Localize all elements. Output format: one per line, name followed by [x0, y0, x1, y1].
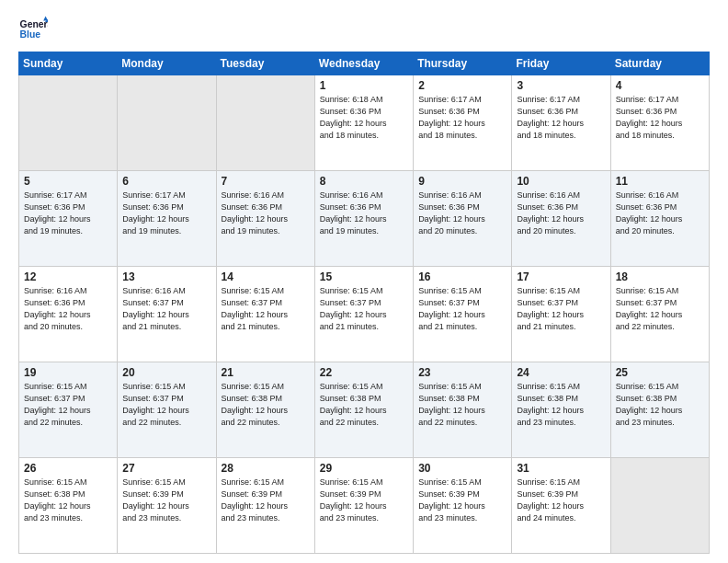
day-header-saturday: Saturday — [610, 52, 709, 75]
calendar-cell — [118, 75, 216, 171]
day-number: 25 — [616, 366, 704, 379]
day-info: Sunrise: 6:15 AM Sunset: 6:37 PM Dayligh… — [418, 285, 506, 333]
day-info: Sunrise: 6:17 AM Sunset: 6:36 PM Dayligh… — [616, 94, 704, 142]
calendar-cell: 10Sunrise: 6:16 AM Sunset: 6:36 PM Dayli… — [512, 171, 610, 267]
calendar-cell — [216, 75, 314, 171]
calendar-cell: 1Sunrise: 6:18 AM Sunset: 6:36 PM Daylig… — [314, 75, 413, 171]
day-info: Sunrise: 6:17 AM Sunset: 6:36 PM Dayligh… — [122, 190, 210, 237]
day-info: Sunrise: 6:15 AM Sunset: 6:39 PM Dayligh… — [122, 477, 210, 524]
day-number: 13 — [122, 270, 210, 283]
day-number: 15 — [320, 270, 408, 283]
day-info: Sunrise: 6:16 AM Sunset: 6:36 PM Dayligh… — [517, 190, 605, 237]
calendar-cell: 25Sunrise: 6:15 AM Sunset: 6:38 PM Dayli… — [610, 362, 709, 458]
calendar-cell: 11Sunrise: 6:16 AM Sunset: 6:36 PM Dayli… — [610, 171, 709, 267]
day-number: 14 — [222, 270, 310, 283]
day-number: 1 — [320, 79, 408, 92]
calendar-cell: 28Sunrise: 6:15 AM Sunset: 6:39 PM Dayli… — [216, 458, 314, 554]
calendar-cell: 21Sunrise: 6:15 AM Sunset: 6:38 PM Dayli… — [216, 362, 314, 458]
day-number: 28 — [222, 462, 310, 475]
calendar-cell: 12Sunrise: 6:16 AM Sunset: 6:36 PM Dayli… — [19, 267, 118, 362]
day-info: Sunrise: 6:15 AM Sunset: 6:37 PM Dayligh… — [24, 381, 112, 429]
day-info: Sunrise: 6:18 AM Sunset: 6:36 PM Dayligh… — [320, 94, 408, 142]
day-number: 8 — [320, 175, 408, 188]
day-number: 30 — [418, 462, 506, 475]
page: General Blue SundayMondayTuesdayWednesda… — [0, 0, 728, 563]
day-number: 2 — [418, 79, 506, 92]
week-row-3: 12Sunrise: 6:16 AM Sunset: 6:36 PM Dayli… — [19, 267, 710, 362]
day-header-tuesday: Tuesday — [216, 52, 314, 75]
day-number: 22 — [320, 366, 408, 379]
day-number: 6 — [122, 175, 210, 188]
day-info: Sunrise: 6:15 AM Sunset: 6:38 PM Dayligh… — [222, 381, 310, 429]
day-number: 7 — [222, 175, 310, 188]
logo: General Blue — [18, 15, 50, 44]
calendar-cell: 9Sunrise: 6:16 AM Sunset: 6:36 PM Daylig… — [414, 171, 512, 267]
day-info: Sunrise: 6:15 AM Sunset: 6:38 PM Dayligh… — [616, 381, 704, 429]
svg-text:Blue: Blue — [20, 29, 41, 40]
day-info: Sunrise: 6:15 AM Sunset: 6:39 PM Dayligh… — [517, 477, 605, 524]
day-number: 23 — [418, 366, 506, 379]
calendar-cell: 7Sunrise: 6:16 AM Sunset: 6:36 PM Daylig… — [216, 171, 314, 267]
day-number: 16 — [418, 270, 506, 283]
day-number: 19 — [24, 366, 112, 379]
calendar-cell: 24Sunrise: 6:15 AM Sunset: 6:38 PM Dayli… — [512, 362, 610, 458]
week-row-4: 19Sunrise: 6:15 AM Sunset: 6:37 PM Dayli… — [19, 362, 710, 458]
week-row-5: 26Sunrise: 6:15 AM Sunset: 6:38 PM Dayli… — [19, 458, 710, 554]
calendar-cell: 8Sunrise: 6:16 AM Sunset: 6:36 PM Daylig… — [314, 171, 413, 267]
day-number: 27 — [122, 462, 210, 475]
calendar-cell: 19Sunrise: 6:15 AM Sunset: 6:37 PM Dayli… — [19, 362, 118, 458]
calendar-cell: 5Sunrise: 6:17 AM Sunset: 6:36 PM Daylig… — [19, 171, 118, 267]
day-number: 10 — [517, 175, 605, 188]
day-header-monday: Monday — [118, 52, 216, 75]
calendar-cell: 31Sunrise: 6:15 AM Sunset: 6:39 PM Dayli… — [512, 458, 610, 554]
day-number: 3 — [517, 79, 605, 92]
calendar-cell: 3Sunrise: 6:17 AM Sunset: 6:36 PM Daylig… — [512, 75, 610, 171]
day-number: 21 — [222, 366, 310, 379]
day-info: Sunrise: 6:16 AM Sunset: 6:36 PM Dayligh… — [222, 190, 310, 237]
day-info: Sunrise: 6:16 AM Sunset: 6:36 PM Dayligh… — [418, 190, 506, 237]
day-number: 11 — [616, 175, 704, 188]
calendar-cell: 20Sunrise: 6:15 AM Sunset: 6:37 PM Dayli… — [118, 362, 216, 458]
day-info: Sunrise: 6:15 AM Sunset: 6:38 PM Dayligh… — [517, 381, 605, 429]
day-info: Sunrise: 6:15 AM Sunset: 6:38 PM Dayligh… — [24, 477, 112, 524]
day-info: Sunrise: 6:17 AM Sunset: 6:36 PM Dayligh… — [418, 94, 506, 142]
calendar-cell: 18Sunrise: 6:15 AM Sunset: 6:37 PM Dayli… — [610, 267, 709, 362]
day-header-friday: Friday — [512, 52, 610, 75]
calendar-cell: 23Sunrise: 6:15 AM Sunset: 6:38 PM Dayli… — [414, 362, 512, 458]
day-number: 20 — [122, 366, 210, 379]
calendar-cell — [19, 75, 118, 171]
day-info: Sunrise: 6:15 AM Sunset: 6:37 PM Dayligh… — [122, 381, 210, 429]
calendar-cell: 6Sunrise: 6:17 AM Sunset: 6:36 PM Daylig… — [118, 171, 216, 267]
day-info: Sunrise: 6:15 AM Sunset: 6:39 PM Dayligh… — [320, 477, 408, 524]
calendar-cell: 27Sunrise: 6:15 AM Sunset: 6:39 PM Dayli… — [118, 458, 216, 554]
day-info: Sunrise: 6:15 AM Sunset: 6:38 PM Dayligh… — [418, 381, 506, 429]
day-number: 17 — [517, 270, 605, 283]
svg-text:General: General — [20, 19, 48, 29]
logo-icon: General Blue — [18, 15, 48, 44]
day-header-sunday: Sunday — [19, 52, 118, 75]
calendar-cell: 13Sunrise: 6:16 AM Sunset: 6:37 PM Dayli… — [118, 267, 216, 362]
day-info: Sunrise: 6:15 AM Sunset: 6:37 PM Dayligh… — [616, 285, 704, 333]
day-header-wednesday: Wednesday — [314, 52, 413, 75]
day-info: Sunrise: 6:16 AM Sunset: 6:36 PM Dayligh… — [320, 190, 408, 237]
day-info: Sunrise: 6:16 AM Sunset: 6:36 PM Dayligh… — [24, 285, 112, 333]
day-number: 31 — [517, 462, 605, 475]
day-header-thursday: Thursday — [414, 52, 512, 75]
calendar-cell: 22Sunrise: 6:15 AM Sunset: 6:38 PM Dayli… — [314, 362, 413, 458]
day-info: Sunrise: 6:15 AM Sunset: 6:39 PM Dayligh… — [418, 477, 506, 524]
header: General Blue — [18, 15, 710, 44]
day-info: Sunrise: 6:16 AM Sunset: 6:36 PM Dayligh… — [616, 190, 704, 237]
calendar-cell: 4Sunrise: 6:17 AM Sunset: 6:36 PM Daylig… — [610, 75, 709, 171]
day-info: Sunrise: 6:15 AM Sunset: 6:37 PM Dayligh… — [320, 285, 408, 333]
calendar-cell: 2Sunrise: 6:17 AM Sunset: 6:36 PM Daylig… — [414, 75, 512, 171]
calendar-cell: 15Sunrise: 6:15 AM Sunset: 6:37 PM Dayli… — [314, 267, 413, 362]
day-number: 4 — [616, 79, 704, 92]
calendar-cell — [610, 458, 709, 554]
day-info: Sunrise: 6:16 AM Sunset: 6:37 PM Dayligh… — [122, 285, 210, 333]
week-row-2: 5Sunrise: 6:17 AM Sunset: 6:36 PM Daylig… — [19, 171, 710, 267]
calendar-cell: 14Sunrise: 6:15 AM Sunset: 6:37 PM Dayli… — [216, 267, 314, 362]
calendar-cell: 16Sunrise: 6:15 AM Sunset: 6:37 PM Dayli… — [414, 267, 512, 362]
day-info: Sunrise: 6:15 AM Sunset: 6:37 PM Dayligh… — [222, 285, 310, 333]
day-number: 29 — [320, 462, 408, 475]
header-row: SundayMondayTuesdayWednesdayThursdayFrid… — [19, 52, 710, 75]
